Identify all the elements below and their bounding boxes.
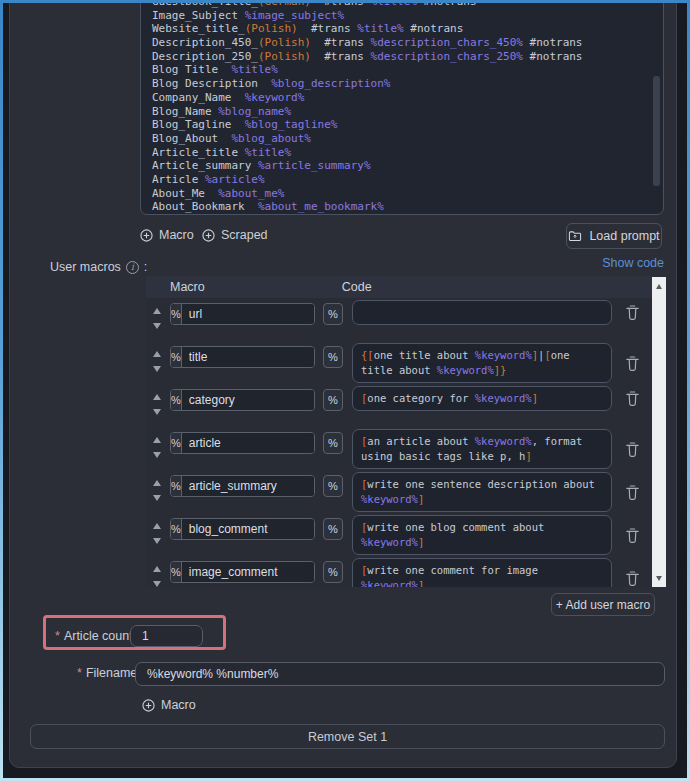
column-header-code: Code xyxy=(342,280,372,294)
percent-prefix: % xyxy=(171,476,182,496)
prompt-line: Company_Name %keyword% xyxy=(152,91,647,105)
prompt-line: Article_title %title% xyxy=(152,146,647,160)
user-macros-label: User macros i : xyxy=(50,260,147,274)
trash-icon[interactable] xyxy=(625,355,640,372)
trash-icon[interactable] xyxy=(625,484,640,501)
load-prompt-button[interactable]: Load prompt xyxy=(566,223,662,249)
info-icon[interactable]: i xyxy=(126,261,139,274)
move-down-icon[interactable] xyxy=(153,581,161,587)
user-macro-row: % % xyxy=(146,300,652,343)
load-prompt-label: Load prompt xyxy=(589,229,659,243)
macro-code-input[interactable]: [an article about %keyword%, format usin… xyxy=(352,429,612,469)
move-up-icon[interactable] xyxy=(153,308,161,314)
trash-icon[interactable] xyxy=(625,390,640,407)
show-code-link[interactable]: Show code xyxy=(602,256,664,270)
user-macro-row: % % [write one sentence description abou… xyxy=(146,472,652,515)
macro-name-input[interactable] xyxy=(182,347,315,367)
move-up-icon[interactable] xyxy=(153,394,161,400)
macro-name-group: % xyxy=(170,303,315,325)
move-down-icon[interactable] xyxy=(153,323,161,329)
trash-icon[interactable] xyxy=(625,570,640,587)
row-reorder-controls xyxy=(150,429,164,458)
prompt-line: Article_summary %article_summary% xyxy=(152,159,647,173)
macro-code-input[interactable]: [write one blog comment about %keyword%] xyxy=(352,515,612,555)
move-down-icon[interactable] xyxy=(153,366,161,372)
filename-macro-label: Macro xyxy=(161,698,196,712)
user-macro-row: % % [one category for %keyword%] xyxy=(146,386,652,429)
macro-name-input[interactable] xyxy=(182,433,315,453)
article-count-input[interactable] xyxy=(130,625,203,647)
user-macros-colon: : xyxy=(144,260,147,274)
move-down-icon[interactable] xyxy=(153,495,161,501)
percent-suffix: % xyxy=(323,518,343,540)
macro-code-wrap: [write one sentence description about %k… xyxy=(352,472,640,512)
move-up-icon[interactable] xyxy=(153,480,161,486)
required-asterisk: * xyxy=(77,666,82,680)
percent-prefix: % xyxy=(171,519,182,539)
user-macro-row: % % [write one comment for image %keywor… xyxy=(146,558,652,587)
macro-code-input[interactable] xyxy=(352,300,612,325)
scroll-up-arrow-icon[interactable] xyxy=(652,279,666,293)
percent-prefix: % xyxy=(171,347,182,367)
macro-name-group: % xyxy=(170,432,315,454)
macro-name-input[interactable] xyxy=(182,304,315,324)
insert-scraped-button[interactable]: Scraped xyxy=(202,227,268,243)
prompt-line: Image_Subject %image_subject% xyxy=(152,9,647,23)
remove-set-button[interactable]: Remove Set 1 xyxy=(30,724,665,749)
folder-icon xyxy=(568,230,582,242)
editor-scrollbar-thumb[interactable] xyxy=(653,76,660,186)
user-macro-row: % % [an article about %keyword%, format … xyxy=(146,429,652,472)
move-down-icon[interactable] xyxy=(153,452,161,458)
macro-code-input[interactable]: [one category for %keyword%] xyxy=(352,386,612,411)
macro-code-input[interactable]: [write one sentence description about %k… xyxy=(352,472,612,512)
scroll-down-arrow-icon[interactable] xyxy=(652,571,666,585)
prompt-code-lines: Guestbook_Title_(German) #trans %title% … xyxy=(152,0,647,214)
insert-macro-label: Macro xyxy=(159,228,194,242)
move-up-icon[interactable] xyxy=(153,437,161,443)
prompt-code-editor[interactable]: Guestbook_Title_(German) #trans %title% … xyxy=(140,0,664,215)
macro-name-input[interactable] xyxy=(182,562,315,582)
percent-suffix: % xyxy=(323,303,343,325)
table-scrollbar[interactable] xyxy=(652,277,666,587)
filename-label: *Filename: xyxy=(77,666,141,680)
trash-icon[interactable] xyxy=(625,441,640,458)
macro-code-wrap xyxy=(352,300,640,325)
percent-prefix: % xyxy=(171,304,182,324)
macro-name-input[interactable] xyxy=(182,476,315,496)
required-asterisk: * xyxy=(55,629,60,643)
filename-input[interactable] xyxy=(135,662,665,686)
filename-insert-macro-button[interactable]: Macro xyxy=(142,697,196,713)
add-user-macro-button[interactable]: + Add user macro xyxy=(551,593,655,616)
prompt-line: About_Me %about_me% xyxy=(152,187,647,201)
percent-prefix: % xyxy=(171,390,182,410)
article-count-label: *Article count: xyxy=(55,629,136,643)
macro-name-group: % xyxy=(170,389,315,411)
move-up-icon[interactable] xyxy=(153,351,161,357)
percent-prefix: % xyxy=(171,562,182,582)
macro-name-group: % xyxy=(170,518,315,540)
row-reorder-controls xyxy=(150,472,164,501)
prompt-line: Blog_Tagline %blog_tagline% xyxy=(152,118,647,132)
prompt-line: About_Bookmark %about_me_bookmark% xyxy=(152,200,647,214)
move-up-icon[interactable] xyxy=(153,566,161,572)
macro-code-input[interactable]: [write one comment for image %keyword%] xyxy=(352,558,612,587)
prompt-line: Description_250_(Polish) #trans %descrip… xyxy=(152,50,647,64)
prompt-line: Description_450_(Polish) #trans %descrip… xyxy=(152,36,647,50)
prompt-line: Guestbook_Title_(German) #trans %title% … xyxy=(152,0,647,9)
column-header-macro: Macro xyxy=(170,280,205,294)
trash-icon[interactable] xyxy=(625,527,640,544)
prompt-line: Blog_About %blog_about% xyxy=(152,132,647,146)
move-down-icon[interactable] xyxy=(153,538,161,544)
percent-suffix: % xyxy=(323,389,343,411)
macro-name-input[interactable] xyxy=(182,519,315,539)
macro-code-input[interactable]: {[one title about %keyword%]|[one title … xyxy=(352,343,612,383)
macro-name-input[interactable] xyxy=(182,390,315,410)
trash-icon[interactable] xyxy=(625,304,640,321)
circle-plus-icon xyxy=(142,699,155,712)
move-up-icon[interactable] xyxy=(153,523,161,529)
insert-macro-button[interactable]: Macro xyxy=(140,227,194,243)
macro-code-wrap: [one category for %keyword%] xyxy=(352,386,640,411)
row-reorder-controls xyxy=(150,300,164,329)
percent-suffix: % xyxy=(323,432,343,454)
move-down-icon[interactable] xyxy=(153,409,161,415)
